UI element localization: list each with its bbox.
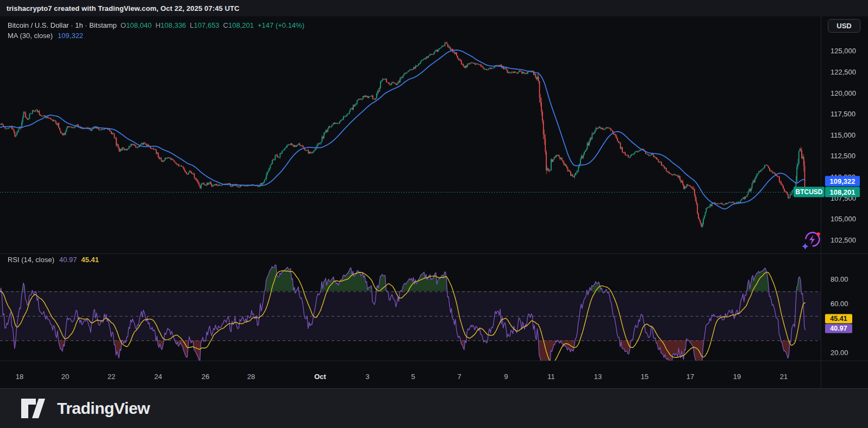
close-value: 108,201 — [228, 21, 254, 29]
axis-separator — [821, 16, 821, 388]
attribution-text: trishacrypto7 created with TradingView.c… — [7, 4, 240, 13]
price-tick: 120,000 — [830, 89, 856, 97]
time-tick: 20 — [61, 373, 69, 381]
time-axis-divider — [0, 361, 868, 361]
time-tick: 3 — [365, 373, 369, 381]
tradingview-logo-icon[interactable] — [21, 398, 50, 419]
ma-indicator-value: 109,322 — [58, 32, 83, 40]
time-tick: 18 — [16, 373, 23, 381]
price-tick: 112,500 — [830, 152, 855, 160]
rsi-axis-label: 40.97 — [825, 324, 852, 333]
time-tick: 5 — [411, 373, 415, 381]
rsi-indicator-label: RSI (14, close) — [8, 256, 54, 264]
price-tick: 115,000 — [830, 131, 855, 139]
rsi-legend: RSI (14, close)40.9745.41 — [8, 256, 99, 264]
tradingview-logo-text[interactable]: TradingView — [57, 399, 150, 418]
time-tick: 19 — [733, 373, 741, 381]
price-tick: 122,500 — [830, 67, 856, 76]
chart-widget[interactable]: Bitcoin / U.S. Dollar · 1h · BitstampO10… — [0, 16, 868, 388]
open-value: 108,040 — [126, 21, 152, 29]
rsi-tick: 60.00 — [830, 300, 848, 308]
price-pane-canvas[interactable] — [0, 17, 821, 254]
currency-toggle-button[interactable]: USD — [828, 19, 860, 33]
symbol-legend: Bitcoin / U.S. Dollar · 1h · BitstampO10… — [8, 21, 304, 29]
last-price-axis-label: 108,201 — [825, 187, 860, 197]
price-tick: 125,000 — [830, 47, 856, 55]
price-tick: 105,000 — [830, 215, 856, 223]
ma-indicator-label: MA (30, close) — [8, 32, 53, 40]
rsi-tick: 80.00 — [830, 275, 848, 283]
price-tick: 102,500 — [830, 235, 856, 244]
boost-rocket-icon[interactable] — [801, 229, 823, 251]
time-tick: 17 — [686, 373, 694, 381]
rsi-indicator-value: 40.97 — [59, 256, 77, 264]
rsi-ma-axis-label: 45.41 — [825, 314, 852, 323]
low-value: 107,653 — [194, 21, 220, 29]
symbol-title: Bitcoin / U.S. Dollar · 1h · Bitstamp — [8, 21, 117, 29]
rsi-pane-canvas[interactable] — [0, 254, 821, 361]
ma-price-axis-label: 109,322 — [825, 176, 860, 186]
time-tick: 7 — [457, 373, 461, 381]
rsi-tick: 20.00 — [830, 348, 848, 356]
time-tick: 9 — [504, 373, 508, 381]
open-label: O — [121, 21, 126, 29]
ma-legend: MA (30, close)109,322 — [8, 32, 83, 40]
symbol-tag: BTCUSD — [794, 187, 825, 197]
time-tick: 24 — [154, 373, 162, 381]
low-label: L — [190, 21, 193, 29]
high-value: 108,336 — [160, 21, 186, 29]
pane-divider[interactable] — [0, 253, 868, 254]
time-tick: 15 — [641, 373, 648, 381]
time-tick: 21 — [780, 373, 788, 381]
rsi-ma-indicator-value: 45.41 — [82, 256, 99, 264]
attribution-bar: trishacrypto7 created with TradingView.c… — [0, 0, 868, 16]
close-label: C — [223, 21, 228, 29]
change-value: +147 (+0.14%) — [258, 21, 304, 29]
time-tick: 28 — [247, 373, 255, 381]
footer-bar: TradingView — [0, 388, 868, 428]
time-tick: 22 — [108, 373, 115, 381]
high-label: H — [155, 21, 160, 29]
time-tick: 13 — [594, 373, 602, 381]
price-tick: 117,500 — [830, 110, 855, 118]
time-tick: 11 — [547, 373, 555, 381]
time-tick: Oct — [314, 373, 326, 381]
time-tick: 26 — [202, 373, 209, 381]
